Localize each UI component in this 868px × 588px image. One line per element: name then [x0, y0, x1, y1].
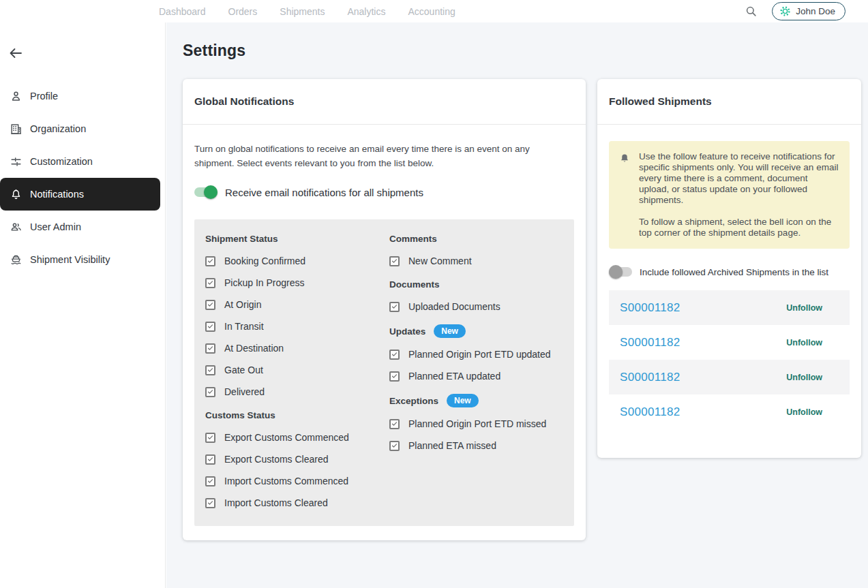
event-group: Comments New Comment: [389, 233, 563, 267]
sidebar-item-user-admin[interactable]: User Admin: [0, 211, 160, 243]
notification-events-panel: Shipment Status Booking Confirmed Pickup…: [194, 219, 574, 526]
shipment-link[interactable]: S00001182: [620, 405, 680, 419]
sidebar-item-organization[interactable]: Organization: [0, 112, 160, 145]
sidebar-item-notifications[interactable]: Notifications: [0, 178, 160, 211]
checkbox-row[interactable]: New Comment: [389, 255, 563, 267]
unfollow-link[interactable]: Unfollow: [786, 303, 822, 313]
checkbox[interactable]: [389, 256, 400, 266]
checkbox[interactable]: [205, 498, 215, 508]
check-icon: [207, 433, 214, 442]
email-notifications-toggle[interactable]: [194, 185, 218, 199]
unfollow-link[interactable]: Unfollow: [786, 373, 822, 382]
checkbox[interactable]: [389, 441, 400, 451]
checkbox[interactable]: [389, 419, 400, 429]
checkbox[interactable]: [205, 278, 215, 288]
event-group: Updates New Planned Origin Port ETD upda…: [389, 324, 563, 382]
group-title: Documents: [389, 279, 440, 290]
checkbox-row[interactable]: At Origin: [205, 298, 389, 311]
new-badge: New: [447, 394, 479, 407]
checkbox-row[interactable]: In Transit: [205, 320, 389, 332]
event-group: Shipment Status Booking Confirmed Pickup…: [205, 233, 389, 398]
sidebar-item-label: User Admin: [30, 221, 81, 232]
checkbox-row[interactable]: Export Customs Cleared: [205, 453, 389, 465]
checkbox[interactable]: [205, 343, 215, 354]
checkbox[interactable]: [205, 433, 215, 443]
event-group: Exceptions New Planned Origin Port ETD m…: [389, 394, 563, 452]
checkbox[interactable]: [205, 300, 215, 310]
checkbox-row[interactable]: Booking Confirmed: [205, 255, 389, 267]
checkbox-row[interactable]: Import Customs Commenced: [205, 475, 389, 487]
checkbox[interactable]: [205, 476, 215, 486]
ship-icon: [10, 253, 23, 266]
checkbox-label: Booking Confirmed: [224, 256, 305, 266]
checkbox-label: Planned ETA updated: [408, 371, 500, 382]
main-nav: Dashboard Orders Shipments Analytics Acc…: [159, 0, 455, 22]
checkbox-row[interactable]: Gate Out: [205, 364, 389, 376]
checkbox[interactable]: [205, 387, 215, 397]
group-items: Uploaded Documents: [389, 300, 563, 313]
checkbox-row[interactable]: Pickup In Progress: [205, 277, 389, 289]
back-button[interactable]: [7, 45, 25, 63]
group-title: Comments: [389, 233, 437, 245]
person-icon: [10, 90, 23, 103]
checkbox[interactable]: [205, 454, 215, 465]
group-title: Customs Status: [205, 409, 275, 421]
events-column-right: Comments New Comment Documents Uploaded …: [389, 233, 563, 521]
checkbox[interactable]: [205, 322, 215, 332]
checkbox-row[interactable]: Planned ETA missed: [389, 439, 563, 452]
checkbox-label: Pickup In Progress: [224, 277, 305, 288]
building-icon: [10, 123, 23, 136]
group-items: New Comment: [389, 255, 563, 267]
follow-info-box: Use the follow feature to receive notifi…: [609, 141, 850, 249]
check-icon: [207, 499, 214, 507]
people-icon: [10, 221, 23, 234]
bell-icon: [10, 188, 23, 201]
shipment-row: S00001182 Unfollow: [609, 290, 850, 325]
shipment-link[interactable]: S00001182: [620, 336, 680, 350]
nav-item-dashboard[interactable]: Dashboard: [159, 6, 206, 17]
group-title: Updates: [389, 326, 425, 337]
user-menu-button[interactable]: John Doe: [772, 2, 845, 20]
group-title-row: Documents: [389, 279, 563, 290]
shipment-row: S00001182 Unfollow: [609, 394, 850, 429]
checkbox-label: Import Customs Cleared: [224, 497, 328, 508]
unfollow-link[interactable]: Unfollow: [786, 338, 822, 347]
follow-info-paragraph-1: Use the follow feature to receive notifi…: [639, 151, 840, 206]
shipment-row: S00001182 Unfollow: [609, 360, 850, 394]
checkbox[interactable]: [389, 371, 400, 382]
sidebar-item-shipment-visibility[interactable]: Shipment Visibility: [0, 243, 160, 276]
checkbox-row[interactable]: Uploaded Documents: [389, 300, 563, 313]
search-icon[interactable]: [744, 5, 758, 18]
checkbox-row[interactable]: Planned Origin Port ETD updated: [389, 348, 563, 360]
checkbox-row[interactable]: Import Customs Cleared: [205, 497, 389, 509]
settings-menu: Profile Organization: [0, 80, 160, 276]
nav-item-shipments[interactable]: Shipments: [280, 6, 325, 17]
checkbox[interactable]: [205, 256, 215, 266]
checkbox[interactable]: [389, 350, 400, 360]
checkbox-label: Export Customs Commenced: [224, 432, 349, 443]
nav-right-actions: John Doe: [744, 0, 868, 22]
shipment-link[interactable]: S00001182: [620, 371, 680, 384]
checkbox-row[interactable]: Delivered: [205, 386, 389, 398]
checkbox[interactable]: [205, 365, 215, 375]
nav-item-analytics[interactable]: Analytics: [347, 6, 385, 17]
sidebar-item-customization[interactable]: Customization: [0, 145, 160, 178]
checkbox[interactable]: [389, 302, 400, 312]
unfollow-link[interactable]: Unfollow: [786, 407, 822, 417]
sidebar-item-label: Profile: [30, 91, 58, 102]
checkbox-row[interactable]: At Destination: [205, 342, 389, 354]
checkbox-label: Delivered: [224, 386, 265, 397]
checkbox-row[interactable]: Export Customs Commenced: [205, 431, 389, 444]
email-notifications-toggle-row: Receive email notifications for all ship…: [194, 185, 574, 199]
check-icon: [207, 344, 214, 352]
nav-item-orders[interactable]: Orders: [228, 6, 258, 17]
archived-shipments-toggle-label: Include followed Archived Shipments in t…: [640, 267, 828, 277]
sidebar-item-profile[interactable]: Profile: [0, 80, 160, 112]
shipment-link[interactable]: S00001182: [620, 301, 680, 315]
checkbox-row[interactable]: Planned ETA updated: [389, 370, 563, 382]
nav-item-accounting[interactable]: Accounting: [408, 6, 455, 17]
checkbox-row[interactable]: Planned Origin Port ETD missed: [389, 418, 563, 430]
sliders-icon: [10, 155, 23, 168]
check-icon: [207, 477, 214, 485]
archived-shipments-toggle[interactable]: [609, 265, 632, 279]
